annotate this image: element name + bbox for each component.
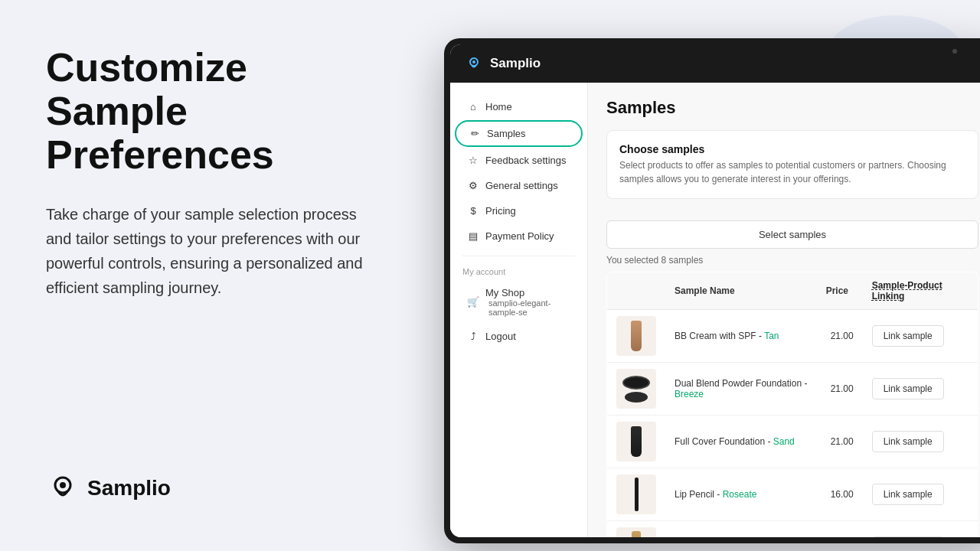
choose-samples-title: Choose samples xyxy=(619,143,965,155)
sidebar-myshop-sub: samplio-elegant-sample-se xyxy=(485,298,570,317)
product-image-cell xyxy=(607,363,666,416)
feedback-icon: ☆ xyxy=(467,155,479,166)
sidebar-item-payment[interactable]: ▤ Payment Policy xyxy=(455,224,583,248)
product-name-cell: BB Cream with SPF - Tan xyxy=(665,310,817,363)
product-name: Full Cover Foundation - Sand xyxy=(675,436,795,447)
device-mockup: Samplio ⌂ Home ✏ Samples ☆ Feedback sett… xyxy=(444,38,980,543)
sidebar-item-samples-label: Samples xyxy=(487,128,526,139)
sidebar: ⌂ Home ✏ Samples ☆ Feedback settings ⚙ G… xyxy=(450,83,588,537)
app-logo-icon xyxy=(466,55,482,72)
link-sample-button[interactable]: Link sample xyxy=(872,431,944,452)
col-image xyxy=(607,272,666,310)
product-image-cell xyxy=(607,416,666,468)
page-title: Samples xyxy=(606,98,978,118)
sidebar-logout-label: Logout xyxy=(485,331,516,342)
product-name-cell: Dual Blend Powder Foundation - Breeze xyxy=(665,363,817,416)
product-image-cell xyxy=(607,521,666,538)
svg-point-1 xyxy=(60,482,66,488)
device-screen: Samplio ⌂ Home ✏ Samples ☆ Feedback sett… xyxy=(450,44,980,537)
table-row: Full Cover Foundation - Sand 21.00 Link … xyxy=(607,416,978,468)
left-panel: Customize Sample Preferences Take charge… xyxy=(0,0,429,551)
product-variant: Sand xyxy=(773,436,795,447)
main-heading: Customize Sample Preferences xyxy=(46,46,383,178)
product-name: Dual Blend Powder Foundation - Breeze xyxy=(675,378,807,399)
link-sample-button[interactable]: Link sample xyxy=(872,378,944,399)
table-row: Lip Pencil - Roseate 16.00 Link sample xyxy=(607,468,978,521)
sidebar-item-general-label: General settings xyxy=(485,180,558,191)
sidebar-item-pricing[interactable]: $ Pricing xyxy=(455,199,583,223)
table-row: Dual Blend Powder Foundation - Breeze 21… xyxy=(607,363,978,416)
svg-point-3 xyxy=(472,60,475,64)
samples-icon: ✏ xyxy=(469,128,481,139)
link-cell: Link sample xyxy=(863,416,978,468)
select-samples-button[interactable]: Select samples xyxy=(606,220,978,249)
choose-samples-desc: Select products to offer as samples to p… xyxy=(619,158,965,186)
app-body: ⌂ Home ✏ Samples ☆ Feedback settings ⚙ G… xyxy=(450,83,980,537)
main-content: Samples Choose samples Select products t… xyxy=(588,83,980,537)
left-content: Customize Sample Preferences Take charge… xyxy=(46,46,383,300)
sidebar-item-samples[interactable]: ✏ Samples xyxy=(455,120,583,147)
bottom-logo: Samplio xyxy=(46,471,383,505)
table-row: Liquid Shimmer - Goldie 25.00 Link sampl… xyxy=(607,521,978,538)
link-sample-button[interactable]: Link sample xyxy=(872,484,944,505)
sidebar-item-home-label: Home xyxy=(485,101,512,112)
sidebar-myshop-label: My Shop xyxy=(485,287,570,298)
sidebar-divider xyxy=(462,256,575,256)
col-price: Price xyxy=(817,272,863,310)
product-image xyxy=(616,369,656,409)
device-camera xyxy=(952,49,957,54)
product-name-cell: Full Cover Foundation - Sand xyxy=(665,416,817,468)
choose-samples-section: Choose samples Select products to offer … xyxy=(606,130,978,199)
product-image xyxy=(616,422,656,461)
link-cell: Link sample xyxy=(863,521,978,538)
sidebar-item-pricing-label: Pricing xyxy=(485,205,516,217)
product-name: Lip Pencil - Roseate xyxy=(675,489,756,500)
pricing-icon: $ xyxy=(467,205,479,217)
app-logo-text: Samplio xyxy=(490,56,541,71)
col-linking: Sample-Product Linking xyxy=(863,272,978,310)
product-price: 21.00 xyxy=(817,363,863,416)
sidebar-item-general[interactable]: ⚙ General settings xyxy=(455,174,583,197)
product-variant: Tan xyxy=(764,331,779,341)
sidebar-item-feedback-label: Feedback settings xyxy=(485,155,567,166)
col-name: Sample Name xyxy=(665,272,817,310)
product-price: 21.00 xyxy=(817,416,863,468)
product-price: 25.00 xyxy=(817,521,863,538)
sidebar-item-myshop[interactable]: 🛒 My Shop samplio-elegant-sample-se xyxy=(455,281,583,323)
link-cell: Link sample xyxy=(863,310,978,363)
product-image xyxy=(616,527,656,537)
product-name: BB Cream with SPF - Tan xyxy=(675,331,779,341)
shop-icon: 🛒 xyxy=(467,296,479,308)
selected-count: You selected 8 samples xyxy=(606,255,978,266)
main-description: Take charge of your sample selection pro… xyxy=(46,202,383,300)
app-header: Samplio xyxy=(450,44,980,83)
general-icon: ⚙ xyxy=(467,180,479,191)
link-cell: Link sample xyxy=(863,363,978,416)
product-variant: Breeze xyxy=(675,389,704,399)
logout-icon: ⤴ xyxy=(467,331,479,342)
samplio-logo-icon xyxy=(46,471,80,505)
product-image-cell xyxy=(607,468,666,521)
bottom-logo-text: Samplio xyxy=(87,476,171,500)
sidebar-item-home[interactable]: ⌂ Home xyxy=(455,95,583,119)
product-name-cell: Liquid Shimmer - Goldie xyxy=(665,521,817,538)
product-image-cell xyxy=(607,310,666,363)
sidebar-item-logout[interactable]: ⤴ Logout xyxy=(455,324,583,348)
sidebar-item-feedback[interactable]: ☆ Feedback settings xyxy=(455,148,583,172)
sidebar-item-payment-label: Payment Policy xyxy=(485,230,554,242)
product-price: 21.00 xyxy=(817,310,863,363)
link-sample-button[interactable]: Link sample xyxy=(872,325,944,347)
product-image xyxy=(616,316,656,356)
product-variant: Roseate xyxy=(723,489,757,500)
link-sample-button[interactable]: Link sample xyxy=(872,536,944,537)
home-icon: ⌂ xyxy=(467,101,479,112)
table-row: BB Cream with SPF - Tan 21.00 Link sampl… xyxy=(607,310,978,363)
product-price: 16.00 xyxy=(817,468,863,521)
product-image xyxy=(616,474,656,514)
link-cell: Link sample xyxy=(863,468,978,521)
samples-table: Sample Name Price Sample-Product Linking… xyxy=(606,272,978,537)
sidebar-section-label: My account xyxy=(450,264,587,279)
payment-icon: ▤ xyxy=(467,230,479,242)
product-name-cell: Lip Pencil - Roseate xyxy=(665,468,817,521)
